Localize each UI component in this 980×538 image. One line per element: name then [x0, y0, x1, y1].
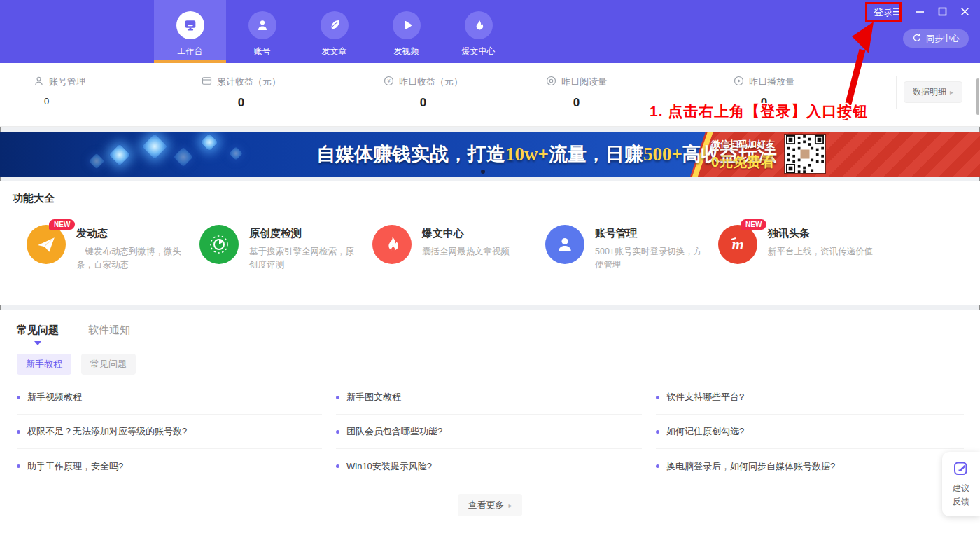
stat-label: 昨日收益（元） [399, 76, 463, 88]
yen-circle-icon: ¥ [384, 76, 394, 88]
faq-item[interactable]: 团队会员包含哪些功能? [336, 415, 642, 449]
quill-icon [321, 11, 349, 39]
new-badge: NEW [741, 219, 766, 230]
stat-account-management: 账号管理 0 [34, 76, 85, 106]
tab-label: 工作台 [178, 46, 203, 57]
close-icon[interactable] [960, 6, 970, 17]
feature-card-duxun-toutiao[interactable]: m NEW 独讯头条 新平台上线，资讯传递价值 [718, 225, 891, 273]
bullet-icon [336, 430, 340, 434]
paper-plane-icon [27, 225, 66, 264]
view-more-label: 查看更多 [468, 499, 504, 511]
tab-software-notice[interactable]: 软件通知 [88, 324, 130, 337]
tab-software-notice-label: 软件通知 [88, 324, 130, 337]
stat-label: 账号管理 [49, 76, 85, 88]
feature-card-originality-check[interactable]: 原创度检测 基于搜索引擎全网检索，原创度评测 [200, 225, 372, 273]
card-icon [202, 76, 212, 88]
stat-label: 昨日阅读量 [561, 76, 607, 88]
feedback-widget[interactable]: 建议 反馈 [942, 452, 980, 516]
scrollbar-thumb[interactable] [976, 78, 979, 115]
maximize-icon[interactable] [937, 6, 948, 17]
faq-item[interactable]: 如何记住原创勾选? [656, 415, 964, 449]
tab-faq[interactable]: 常见问题 [17, 324, 59, 345]
stat-total-income: 累计收益（元） 0 [202, 76, 281, 110]
feature-card-post-update[interactable]: NEW 发动态 一键发布动态到微博，微头条，百家动态 [27, 225, 200, 273]
user-outline-icon [34, 76, 44, 88]
user-icon [545, 225, 584, 264]
bullet-icon [656, 430, 659, 434]
app-window: 工作台 账号 发文章 发视频 [0, 0, 980, 538]
tab-hot-article-center[interactable]: 爆文中心 [442, 0, 514, 63]
data-detail-label: 数据明细 [913, 86, 946, 98]
tab-label: 爆文中心 [462, 46, 496, 57]
stat-label: 累计收益（元） [217, 76, 281, 88]
svg-text:m: m [732, 235, 743, 253]
bullet-icon [17, 464, 20, 468]
feature-title: 爆文中心 [422, 227, 534, 240]
tab-publish-article[interactable]: 发文章 [298, 0, 370, 63]
faq-item[interactable]: 软件支持哪些平台? [656, 380, 964, 415]
caret-down-icon [34, 341, 41, 345]
tab-label: 发视频 [394, 46, 419, 57]
sync-center-label: 同步中心 [926, 33, 960, 45]
tab-label: 发文章 [322, 46, 347, 57]
tab-publish-video[interactable]: 发视频 [370, 0, 442, 63]
faq-section: 常见问题 软件通知 新手教程 常见问题 新手视频教程 新手图文教程 软件支持哪些… [0, 310, 980, 538]
view-more-button[interactable]: 查看更多 ▸ [458, 494, 522, 516]
faq-item[interactable]: 新手视频教程 [17, 380, 322, 415]
subtab-beginner-tutorial[interactable]: 新手教程 [17, 354, 71, 375]
carousel-dot[interactable] [481, 170, 485, 174]
tab-account[interactable]: 账号 [226, 0, 298, 63]
flame-icon [465, 11, 493, 39]
qr-code [784, 134, 826, 174]
bullet-icon [17, 430, 20, 434]
divider [896, 76, 897, 109]
feature-card-hot-article-center[interactable]: 爆文中心 囊括全网最热文章视频 [372, 225, 545, 273]
login-button[interactable]: 登录 [874, 6, 893, 18]
tab-workbench[interactable]: 工作台 [154, 0, 226, 63]
main-nav: 工作台 账号 发文章 发视频 [154, 0, 514, 63]
banner-headline: 自媒体赚钱实战，打造10w+流量，日赚500+高收益玩法 [316, 142, 777, 167]
refresh-icon [912, 33, 922, 45]
faq-item[interactable]: 新手图文教程 [336, 380, 642, 415]
stat-value: 0 [202, 96, 281, 110]
faq-item[interactable]: 助手工作原理，安全吗? [17, 449, 322, 483]
stat-value: 0 [34, 96, 85, 106]
sync-center-button[interactable]: 同步中心 [903, 29, 969, 48]
faq-item[interactable]: 权限不足？无法添加对应等级的账号数? [17, 415, 322, 449]
workbench-monitor-icon [176, 11, 204, 39]
faq-item[interactable]: 换电脑登录后，如何同步自媒体账号数据? [656, 449, 964, 483]
stat-value: 0 [546, 96, 607, 110]
bullet-icon [656, 396, 659, 399]
faq-item[interactable]: Win10安装提示风险? [336, 449, 642, 483]
tab-label: 账号 [254, 46, 271, 57]
feedback-edit-icon [942, 460, 980, 479]
feature-desc: 500+账号实时登录切换，方便管理 [595, 245, 707, 273]
promo-line2: 0元免费看 [711, 153, 775, 172]
feature-title: 发动态 [76, 227, 188, 240]
tab-faq-label: 常见问题 [17, 324, 59, 337]
promo-line1: 微信扫码加好友 [711, 138, 775, 151]
bullet-icon [656, 464, 659, 468]
data-detail-button[interactable]: 数据明细 ▸ [904, 81, 962, 103]
bullet-icon [336, 396, 340, 399]
stat-label: 昨日播放量 [749, 76, 794, 88]
promo-banner[interactable]: 自媒体赚钱实战，打造10w+流量，日赚500+高收益玩法 微信扫码加好友 0元免… [0, 132, 980, 177]
feedback-label-line1: 建议 [942, 482, 980, 495]
feature-desc: 基于搜索引擎全网检索，原创度评测 [249, 245, 361, 273]
chevron-right-icon: ▸ [508, 502, 512, 509]
subtab-common-questions[interactable]: 常见问题 [81, 354, 136, 375]
flame-icon [372, 225, 412, 264]
chevron-right-icon: ▸ [950, 88, 953, 96]
stat-yesterday-reads: 昨日阅读量 0 [546, 76, 607, 110]
window-controls [892, 6, 970, 17]
minimize-icon[interactable] [915, 6, 925, 17]
features-section: 功能大全 NEW 发动态 一键发布动态到微博，微头条，百家动态 [0, 181, 980, 305]
feature-card-account-management[interactable]: 账号管理 500+账号实时登录切换，方便管理 [545, 225, 718, 273]
feature-cards: NEW 发动态 一键发布动态到微博，微头条，百家动态 原创度检测 基于搜索引擎全… [0, 225, 980, 273]
faq-list: 新手视频教程 新手图文教程 软件支持哪些平台? 权限不足？无法添加对应等级的账号… [17, 380, 963, 483]
target-circle-icon [546, 76, 556, 88]
bullet-icon [17, 396, 20, 399]
stat-value: 0 [384, 96, 463, 110]
bullet-icon [336, 464, 340, 468]
account-user-icon [248, 11, 276, 39]
